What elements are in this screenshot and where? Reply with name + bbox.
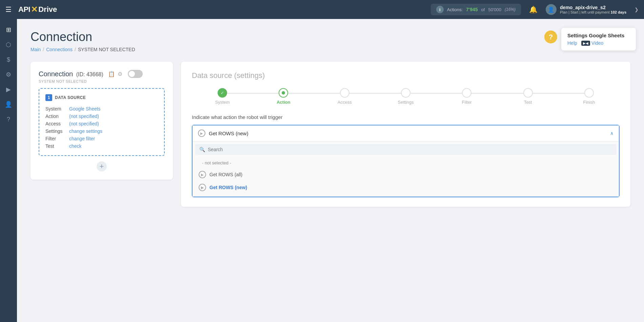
- ds-row-value-link[interactable]: check: [69, 143, 82, 149]
- plan-left: left until payment: [581, 10, 609, 14]
- datasource-box: 1 DATA SOURCE SystemGoogle SheetsAction(…: [39, 88, 165, 156]
- ds-row-value-link[interactable]: change filter: [69, 136, 95, 141]
- card-title: Connection (ID: 43668) 📋 ⚙: [39, 70, 165, 78]
- breadcrumb-sep2: /: [75, 47, 76, 52]
- right-card: Data source (settings) ✓SystemActionAcce…: [181, 62, 630, 207]
- table-row: SystemGoogle Sheets: [45, 105, 158, 113]
- ds-row-value-link[interactable]: (not specified): [69, 114, 99, 119]
- actions-pct: (16%): [505, 7, 516, 12]
- video-label: Video: [591, 40, 604, 46]
- user-plan: Plan | Start | left until payment 102 da…: [560, 10, 626, 14]
- play-icon-sm: ▶: [199, 184, 206, 191]
- step-label: Settings: [398, 100, 414, 105]
- step-label: System: [215, 100, 229, 105]
- step-label: Filter: [462, 100, 472, 105]
- breadcrumb-connections[interactable]: Connections: [46, 47, 73, 52]
- step-item[interactable]: Settings: [375, 88, 436, 105]
- step-label: Test: [524, 100, 532, 105]
- user-name: demo_apix-drive_s2: [560, 5, 626, 10]
- breadcrumb-sep1: /: [43, 47, 44, 52]
- card-id: (ID: 43668): [76, 72, 103, 77]
- action-prompt: Indicate what action the robot will trig…: [192, 114, 620, 120]
- sidebar-item-dashboard[interactable]: ⊞: [2, 23, 15, 37]
- sidebar-item-billing[interactable]: $: [2, 53, 15, 66]
- sidebar-item-connections[interactable]: ⬡: [2, 38, 15, 52]
- table-row: Filterchange filter: [45, 135, 158, 142]
- play-icon: ▶: [198, 129, 205, 137]
- add-datasource-button[interactable]: +: [97, 161, 107, 172]
- step-label: Action: [277, 100, 290, 105]
- step-circle: ✓: [218, 88, 227, 98]
- step-item[interactable]: Finish: [559, 88, 620, 105]
- copy-icon[interactable]: 📋: [108, 71, 115, 77]
- main-content: Connection Main / Connections / SYSTEM N…: [17, 19, 644, 322]
- logo-x-text: ✕: [31, 5, 38, 14]
- menu-icon[interactable]: ☰: [5, 5, 12, 14]
- topnav-chevron-icon[interactable]: ❯: [635, 7, 639, 12]
- help-question-icon[interactable]: ?: [544, 31, 557, 43]
- gear-icon[interactable]: ⚙: [118, 71, 122, 77]
- left-card: Connection (ID: 43668) 📋 ⚙ SYSTEM NOT SE…: [31, 62, 173, 180]
- datasource-header: 1 DATA SOURCE: [45, 94, 158, 101]
- step-item[interactable]: Filter: [436, 88, 497, 105]
- ds-row-value-link[interactable]: change settings: [69, 128, 102, 134]
- bell-icon[interactable]: 🔔: [529, 5, 538, 14]
- help-link-help[interactable]: Help: [567, 40, 577, 46]
- plan-sep2: |: [579, 10, 580, 14]
- table-row: Access(not specified): [45, 120, 158, 127]
- content-row: Connection (ID: 43668) 📋 ⚙ SYSTEM NOT SE…: [31, 62, 630, 207]
- breadcrumb-main[interactable]: Main: [31, 47, 41, 52]
- play-icon-sm: ▶: [199, 171, 206, 178]
- step-item[interactable]: Action: [253, 88, 314, 105]
- sidebar-item-settings[interactable]: ⚙: [2, 68, 15, 81]
- user-info: 👤 demo_apix-drive_s2 Plan | Start | left…: [546, 4, 626, 15]
- actions-of: of: [481, 7, 485, 12]
- step-circle: [340, 88, 349, 98]
- dropdown-selected-label: Get ROWS (new): [209, 130, 248, 136]
- actions-count: 7'945: [466, 7, 478, 12]
- help-link-video[interactable]: ▶◀ Video: [581, 40, 604, 46]
- logo-drive-text: Drive: [38, 5, 57, 14]
- ds-row-value-link[interactable]: Google Sheets: [69, 106, 101, 112]
- search-box[interactable]: 🔍: [195, 144, 616, 155]
- step-circle: [523, 88, 533, 98]
- step-item[interactable]: Test: [497, 88, 558, 105]
- dropdown-option[interactable]: ▶Get ROWS (all): [195, 168, 616, 181]
- help-card: Settings Google Sheets Help ▶◀ Video: [561, 28, 636, 51]
- step-circle: [279, 88, 288, 98]
- plan-sep: |: [568, 10, 569, 14]
- step-item[interactable]: ✓System: [192, 88, 253, 105]
- right-card-title-sub: (settings): [234, 71, 265, 80]
- page-title: Connection: [31, 30, 630, 44]
- step-item[interactable]: Access: [314, 88, 375, 105]
- system-not-selected-label: SYSTEM NOT SELECTED: [39, 79, 165, 83]
- help-bubble: ? Settings Google Sheets Help ▶◀ Video: [544, 28, 636, 51]
- sidebar: ⊞ ⬡ $ ⚙ ▶ 👤 ?: [0, 19, 17, 322]
- step-circle: [584, 88, 594, 98]
- step-label: Access: [338, 100, 352, 105]
- actions-badge: i Actions: 7'945 of 50'000 (16%): [431, 4, 521, 15]
- sidebar-item-help[interactable]: ?: [2, 113, 15, 126]
- logo: API ✕ Drive: [18, 5, 57, 14]
- datasource-num: 1: [45, 94, 52, 101]
- plan-type: Start: [570, 10, 578, 14]
- sidebar-item-account[interactable]: 👤: [2, 98, 15, 111]
- actions-total: 50'000: [488, 7, 501, 12]
- step-circle: [462, 88, 471, 98]
- search-input[interactable]: [208, 147, 612, 152]
- info-icon: i: [436, 6, 444, 13]
- table-row: Settingschange settings: [45, 127, 158, 135]
- dropdown-header-left: ▶ Get ROWS (new): [198, 129, 248, 137]
- sidebar-item-play[interactable]: ▶: [2, 83, 15, 96]
- toggle-switch[interactable]: [128, 70, 143, 78]
- table-row: Testcheck: [45, 142, 158, 150]
- dropdown-header[interactable]: ▶ Get ROWS (new) ∧: [193, 125, 619, 141]
- ds-row-value-link[interactable]: (not specified): [69, 121, 99, 126]
- logo-api-text: API: [18, 5, 30, 14]
- step-label: Finish: [583, 100, 595, 105]
- chevron-up-icon[interactable]: ∧: [610, 130, 613, 136]
- action-dropdown[interactable]: ▶ Get ROWS (new) ∧ 🔍 - not selected -▶Ge…: [192, 125, 620, 197]
- dropdown-option[interactable]: ▶Get ROWS (new): [195, 181, 616, 194]
- actions-label: Actions:: [447, 7, 463, 12]
- dropdown-option[interactable]: - not selected -: [195, 158, 616, 168]
